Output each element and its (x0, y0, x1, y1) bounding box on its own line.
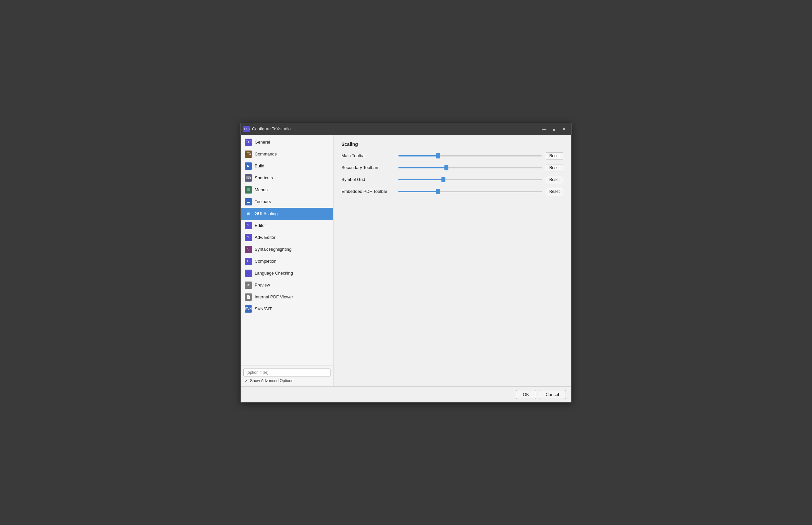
close-button[interactable]: ✕ (559, 124, 569, 134)
main-layout: TXSGeneralLTXCommands▶Build⌨Shortcuts☰Me… (241, 135, 571, 386)
scaling-label-1: Secondary Toolbars (342, 165, 394, 170)
section-title: Scaling (342, 141, 563, 147)
titlebar-left: TXS Configure TeXstudio (243, 126, 291, 132)
sidebar-item-label-commands: Commands (255, 151, 276, 156)
option-filter-input[interactable] (243, 369, 331, 376)
sidebar: TXSGeneralLTXCommands▶Build⌨Shortcuts☰Me… (241, 135, 333, 386)
sidebar-item-build[interactable]: ▶Build (241, 160, 333, 172)
sidebar-item-editor[interactable]: ✎Editor (241, 220, 333, 231)
svngit-icon: SVN (245, 305, 252, 313)
sidebar-items: TXSGeneralLTXCommands▶Build⌨Shortcuts☰Me… (241, 136, 333, 365)
content-area: Scaling Main ToolbarResetSecondary Toolb… (333, 135, 571, 386)
show-advanced-check: ✓ (245, 378, 248, 383)
sidebar-item-label-build: Build (255, 163, 264, 168)
reset-button-1[interactable]: Reset (546, 164, 563, 171)
app-icon: TXS (243, 126, 250, 132)
sidebar-item-commands[interactable]: LTXCommands (241, 148, 333, 160)
sidebar-item-label-general: General (255, 140, 270, 145)
toolbars-icon: ▬ (245, 198, 252, 206)
sidebar-item-label-editor: Editor (255, 223, 266, 228)
commands-icon: LTX (245, 151, 252, 158)
langcheck-icon: L (245, 270, 252, 277)
guiscaling-icon: ⊞ (245, 210, 252, 217)
titlebar: TXS Configure TeXstudio — ▲ ✕ (241, 123, 571, 135)
scaling-row-2: Symbol GridReset (342, 176, 563, 183)
scaling-row-3: Embedded PDF ToolbarReset (342, 188, 563, 195)
main-window: TXS Configure TeXstudio — ▲ ✕ TXSGeneral… (241, 123, 571, 403)
reset-button-2[interactable]: Reset (546, 176, 563, 183)
sidebar-item-label-menus: Menus (255, 187, 267, 192)
sidebar-item-label-langcheck: Language Checking (255, 271, 293, 275)
slider-1[interactable] (398, 167, 542, 168)
sidebar-item-pdfviewer[interactable]: 📄Internal PDF Viewer (241, 291, 333, 303)
restore-button[interactable]: ▲ (549, 124, 559, 134)
sidebar-item-completion[interactable]: CCompletion (241, 255, 333, 267)
scaling-label-3: Embedded PDF Toolbar (342, 189, 394, 194)
sidebar-item-general[interactable]: TXSGeneral (241, 136, 333, 148)
completion-icon: C (245, 258, 252, 265)
sidebar-item-label-guiscaling: GUI Scaling (255, 211, 277, 216)
editor-icon: ✎ (245, 222, 252, 229)
scaling-row-0: Main ToolbarReset (342, 152, 563, 160)
slider-2[interactable] (398, 179, 542, 180)
sidebar-item-label-preview: Preview (255, 283, 270, 287)
sidebar-item-label-adveditor: Adv. Editor (255, 235, 276, 240)
general-icon: TXS (245, 139, 252, 146)
syntax-icon: S (245, 246, 252, 253)
sidebar-item-shortcuts[interactable]: ⌨Shortcuts (241, 172, 333, 184)
sidebar-item-svngit[interactable]: SVNSVN/GIT (241, 303, 333, 315)
sidebar-item-adveditor[interactable]: ✎Adv. Editor (241, 231, 333, 243)
reset-button-0[interactable]: Reset (546, 152, 563, 160)
sidebar-item-label-completion: Completion (255, 259, 276, 264)
sliders-container: Main ToolbarResetSecondary ToolbarsReset… (342, 152, 563, 195)
build-icon: ▶ (245, 162, 252, 170)
sidebar-item-label-toolbars: Toolbars (255, 199, 271, 204)
slider-0[interactable] (398, 155, 542, 156)
sidebar-item-toolbars[interactable]: ▬Toolbars (241, 196, 333, 208)
scaling-label-2: Symbol Grid (342, 177, 394, 182)
sidebar-item-label-shortcuts: Shortcuts (255, 175, 273, 180)
show-advanced-label: Show Advanced Options (250, 378, 293, 383)
sidebar-item-label-pdfviewer: Internal PDF Viewer (255, 295, 293, 299)
show-advanced-option[interactable]: ✓ Show Advanced Options (243, 376, 331, 384)
titlebar-controls: — ▲ ✕ (539, 124, 569, 134)
sidebar-item-label-syntax: Syntax Highlighting (255, 247, 291, 252)
window-title: Configure TeXstudio (252, 126, 291, 131)
shortcuts-icon: ⌨ (245, 174, 252, 182)
slider-3[interactable] (398, 191, 542, 192)
sidebar-item-label-svngit: SVN/GIT (255, 306, 272, 311)
sidebar-bottom: ✓ Show Advanced Options (241, 365, 333, 386)
sidebar-item-syntax[interactable]: SSyntax Highlighting (241, 243, 333, 255)
sidebar-item-langcheck[interactable]: LLanguage Checking (241, 267, 333, 279)
reset-button-3[interactable]: Reset (546, 188, 563, 195)
scaling-row-1: Secondary ToolbarsReset (342, 164, 563, 171)
sidebar-item-menus[interactable]: ☰Menus (241, 184, 333, 196)
footer: OK Cancel (241, 386, 571, 402)
sidebar-item-preview[interactable]: 👁Preview (241, 279, 333, 291)
preview-icon: 👁 (245, 282, 252, 289)
pdfviewer-icon: 📄 (245, 294, 252, 301)
ok-button[interactable]: OK (516, 390, 536, 399)
scaling-label-0: Main Toolbar (342, 153, 394, 158)
menus-icon: ☰ (245, 186, 252, 194)
cancel-button[interactable]: Cancel (539, 390, 566, 399)
sidebar-item-guiscaling[interactable]: ⊞GUI Scaling (241, 208, 333, 220)
adveditor-icon: ✎ (245, 234, 252, 241)
minimize-button[interactable]: — (539, 124, 549, 134)
